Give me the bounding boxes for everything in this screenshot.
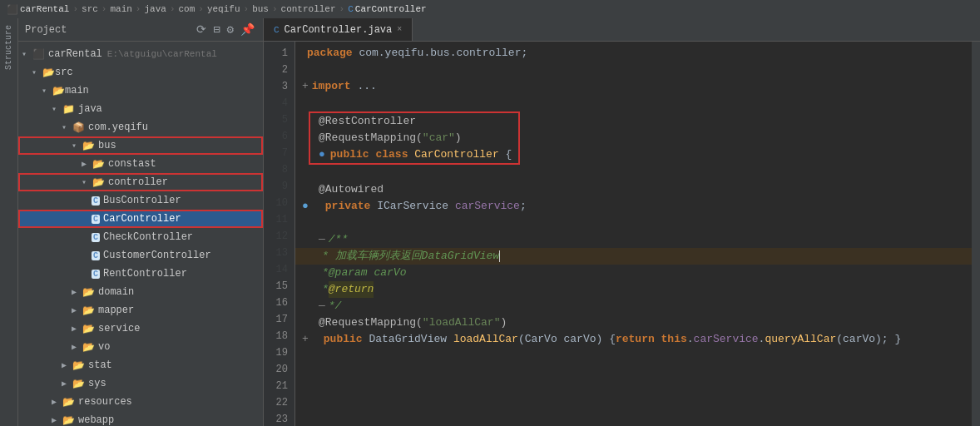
tree-item-carcontroller[interactable]: C CarController — [18, 210, 263, 228]
code-line: + import ... — [295, 78, 972, 95]
field-ref-carservice: carService — [694, 331, 759, 348]
tree-item-java[interactable]: ▾ 📁 java — [18, 100, 263, 118]
arrow-icon: ▶ — [72, 305, 80, 315]
folder-icon: 📂 — [82, 323, 95, 335]
tree-item-controller[interactable]: ▾ 📂 controller — [18, 173, 263, 191]
tree-label: mapper — [98, 305, 134, 316]
type-icarservice: ICarService — [377, 198, 448, 215]
method-queryallcar: queryAllCar — [765, 331, 836, 348]
tree-item-resources[interactable]: ▶ 📂 resources — [18, 393, 263, 411]
settings-icon[interactable]: ⚙ — [225, 21, 235, 38]
folder-icon: 📂 — [72, 359, 85, 372]
class-icon: C — [92, 196, 100, 206]
breadcrumb-icon: ⬛ — [7, 4, 18, 15]
line-numbers: 1 2 3 4 5 6 7 8 9 10 11 12 13 14 15 16 1… — [264, 42, 295, 426]
breadcrumb-carcontroller[interactable]: CCarController — [348, 4, 426, 14]
vertical-scrollbar[interactable] — [972, 42, 980, 426]
code-line-20: @Autowired — [295, 181, 972, 198]
field-carservice: carService — [455, 198, 520, 215]
tree-item-mapper[interactable]: ▶ 📂 mapper — [18, 301, 263, 320]
tree-item-checkcontroller[interactable]: C CheckController — [18, 228, 263, 246]
package-icon: 📦 — [72, 121, 85, 134]
keyword-package: package — [307, 45, 353, 62]
breadcrumb-controller[interactable]: controller — [281, 4, 336, 14]
tree-item-buscontroller[interactable]: C BusController — [18, 191, 263, 210]
tree-item-webapp[interactable]: ▶ 📂 webapp — [18, 411, 263, 426]
arrow-icon: ▾ — [62, 122, 70, 132]
breadcrumb-java[interactable]: java — [144, 4, 166, 14]
sync-icon[interactable]: ⟳ — [195, 21, 208, 38]
breadcrumb-bus[interactable]: bus — [252, 4, 269, 14]
tree-label: com.yeqifu — [88, 121, 148, 133]
param-type-carvo: CarVo — [525, 331, 557, 348]
tree-item-stat[interactable]: ▶ 📂 stat — [18, 356, 263, 374]
folder-icon: 📂 — [92, 158, 105, 171]
tree-item-com-yeqifu[interactable]: ▾ 📦 com.yeqifu — [18, 118, 263, 136]
structure-tab[interactable]: Structure — [2, 22, 15, 73]
param-tag: @param — [329, 265, 368, 281]
arrow-icon: ▶ — [62, 379, 70, 389]
editor-area: 1 2 3 4 5 6 7 8 9 10 11 12 13 14 15 16 1… — [264, 42, 980, 426]
arrow-icon: ▶ — [62, 360, 70, 370]
comment-body-text: * 加载车辆列表返回 — [322, 248, 422, 265]
tree-item-constast[interactable]: ▶ 📂 constast — [18, 155, 263, 173]
tree-item-src[interactable]: ▾ 📂 src — [18, 63, 263, 82]
breadcrumb-src[interactable]: src — [82, 4, 98, 14]
tab-label: CarController.java — [285, 24, 393, 36]
class-name-token: CarController — [414, 146, 498, 163]
tree-item-sys[interactable]: ▶ 📂 sys — [18, 374, 263, 393]
tree-label: BusController — [103, 195, 181, 206]
tree-item-customercontroller[interactable]: C CustomerController — [18, 246, 263, 265]
tree-item-bus[interactable]: ▾ 📂 bus — [18, 136, 263, 155]
collapse-icon[interactable]: ⊟ — [211, 21, 221, 38]
return-tag: @return — [329, 281, 374, 298]
code-line-28: @RequestMapping("loadAllCar") — [295, 315, 972, 331]
tree-item-main[interactable]: ▾ 📂 main — [18, 82, 263, 100]
code-line-23: — /** — [295, 231, 972, 248]
code-line-25: * @param carVo — [295, 265, 972, 281]
arrow-icon: ▶ — [82, 159, 90, 169]
breadcrumb-carrental[interactable]: carRental — [20, 4, 69, 14]
breadcrumb-yeqifu[interactable]: yeqifu — [207, 4, 240, 14]
keyword-this: this — [661, 331, 687, 348]
tree-label: sys — [88, 378, 106, 389]
code-line-16: @RestController — [310, 113, 518, 130]
fold-marker-line29: + — [302, 331, 309, 348]
tree-item-rentcontroller[interactable]: C RentController — [18, 265, 263, 283]
fold-marker: — — [319, 231, 325, 248]
tree-label: carRental — [48, 48, 102, 60]
tree-label: domain — [98, 286, 134, 298]
annotation-restcontroller: @RestController — [319, 113, 416, 130]
tree-item-carrental[interactable]: ▾ ⬛ carRental E:\atguigu\carRental — [18, 45, 263, 63]
tree-label: stat — [88, 359, 112, 371]
code-line-24: * 加载车辆列表返回DataGridView — [295, 248, 972, 265]
breadcrumb-com[interactable]: com — [178, 4, 195, 14]
arrow-icon: ▾ — [52, 104, 60, 114]
arrow-icon: ▶ — [72, 324, 80, 334]
tree-label: RentController — [103, 268, 187, 280]
code-line-18: ● public class CarController { — [310, 146, 518, 163]
tree-item-service[interactable]: ▶ 📂 service — [18, 320, 263, 338]
pin-icon[interactable]: 📌 — [239, 21, 256, 38]
keyword-public-method: public — [324, 331, 363, 348]
arrow-icon: ▶ — [72, 342, 80, 352]
gutter-icon: ● — [319, 146, 325, 163]
project-label: Project — [25, 24, 67, 36]
code-line — [295, 62, 972, 78]
breadcrumb-main[interactable]: main — [110, 4, 131, 14]
tab-carcontroller[interactable]: C CarController.java × — [264, 18, 413, 41]
tab-close-button[interactable]: × — [397, 25, 402, 34]
code-editor[interactable]: package com.yeqifu.bus.controller; + imp… — [295, 42, 972, 426]
tree-label: vo — [98, 341, 110, 353]
folder-icon: 📂 — [82, 286, 95, 299]
code-line — [295, 215, 972, 231]
annotation-loadallcar: @RequestMapping( — [319, 315, 423, 331]
tree-item-domain[interactable]: ▶ 📂 domain — [18, 283, 263, 301]
folder-icon: 📂 — [82, 140, 95, 152]
expand-icon[interactable]: + — [302, 78, 309, 95]
tree-label: main — [65, 85, 89, 97]
keyword-import: import — [312, 78, 351, 95]
folder-icon: 📂 — [82, 341, 95, 354]
keyword-private: private — [325, 198, 371, 215]
tree-item-vo[interactable]: ▶ 📂 vo — [18, 338, 263, 356]
